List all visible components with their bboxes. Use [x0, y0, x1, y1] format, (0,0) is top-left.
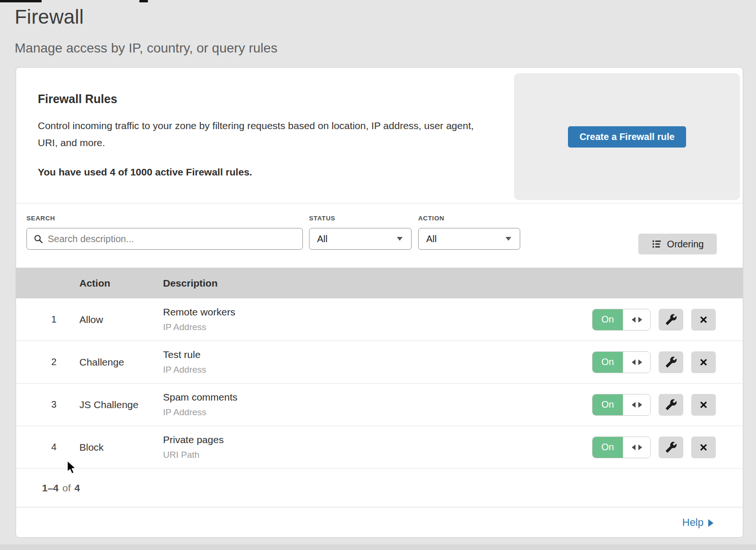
create-rule-aside: Create a Firewall rule [514, 73, 740, 200]
close-icon [698, 314, 709, 325]
delete-rule-button[interactable] [691, 394, 716, 416]
close-icon [698, 357, 709, 368]
chevron-right-icon [708, 519, 713, 527]
rule-match-type: IP Address [163, 407, 592, 418]
chevron-down-icon [506, 237, 511, 241]
left-right-arrows-icon [631, 402, 643, 408]
left-right-arrows-icon [631, 316, 643, 323]
help-row: Help [16, 507, 743, 537]
pagination-summary: 1–4 of 4 [16, 469, 743, 507]
rule-action: Block [79, 442, 163, 453]
search-group: SEARCH [26, 215, 303, 250]
rule-description: Test rule [163, 349, 592, 360]
action-selected-value: All [426, 234, 437, 244]
card-description: Control incoming traffic to your zone by… [38, 117, 484, 151]
table-header: Action Description [16, 268, 743, 298]
pagination-of: of [62, 482, 71, 494]
delete-rule-button[interactable] [691, 351, 716, 373]
card-usage-note: You have used 4 of 1000 active Firewall … [38, 166, 495, 178]
table-row: 3 JS Challenge Spam comments IP Address … [16, 384, 743, 426]
frame-artifact [139, 0, 148, 2]
card-heading: Firewall Rules [38, 92, 495, 106]
rule-enabled-toggle[interactable]: On [592, 437, 651, 458]
firewall-rules-card: Firewall Rules Control incoming traffic … [16, 68, 743, 203]
search-icon [34, 234, 43, 244]
status-group: STATUS All [309, 215, 412, 250]
rule-enabled-toggle[interactable]: On [592, 394, 651, 416]
status-label: STATUS [309, 215, 412, 222]
toggle-handle[interactable] [623, 309, 650, 330]
wrench-icon [665, 399, 677, 410]
toggle-on-label: On [593, 352, 623, 373]
table-row: 2 Challenge Test rule IP Address On [16, 341, 743, 384]
toggle-on-label: On [593, 394, 623, 415]
toggle-handle[interactable] [623, 437, 650, 458]
rule-priority: 1 [16, 314, 79, 325]
close-icon [698, 442, 709, 453]
edit-rule-button[interactable] [659, 437, 683, 458]
rule-enabled-toggle[interactable]: On [592, 351, 651, 373]
ordering-button[interactable]: Ordering [638, 234, 717, 254]
delete-rule-button[interactable] [691, 309, 716, 331]
toggle-handle[interactable] [623, 394, 650, 415]
rule-action: Allow [79, 314, 163, 325]
search-box [26, 228, 303, 250]
rule-enabled-toggle[interactable]: On [592, 309, 651, 331]
edit-rule-button[interactable] [659, 394, 683, 416]
create-firewall-rule-button[interactable]: Create a Firewall rule [568, 126, 686, 148]
rule-description-cell: Test rule IP Address [163, 349, 592, 375]
rule-match-type: IP Address [163, 322, 592, 332]
edit-rule-button[interactable] [659, 351, 683, 373]
chevron-down-icon [397, 237, 403, 241]
rule-description-cell: Spam comments IP Address [163, 392, 592, 418]
rule-description-cell: Remote workers IP Address [163, 306, 592, 332]
table-row: 4 Block Private pages URI Path On [16, 426, 743, 469]
frame-artifact-bottom [0, 544, 756, 550]
column-description: Description [163, 278, 743, 289]
toggle-handle[interactable] [623, 352, 650, 373]
toggle-on-label: On [593, 309, 623, 330]
filter-bar: SEARCH STATUS All ACTION All [16, 203, 743, 268]
left-right-arrows-icon [631, 444, 643, 451]
firewall-panel: Firewall Rules Control incoming traffic … [16, 67, 743, 538]
action-label: ACTION [418, 215, 520, 222]
rule-action: JS Challenge [79, 399, 163, 410]
firewall-rules-info: Firewall Rules Control incoming traffic … [16, 68, 514, 203]
rule-controls: On [592, 437, 743, 458]
status-selected-value: All [317, 234, 327, 244]
left-right-arrows-icon [631, 359, 643, 366]
close-icon [698, 399, 709, 410]
page-header: Firewall Manage access by IP, country, o… [0, 0, 756, 56]
rule-controls: On [592, 309, 743, 331]
status-select[interactable]: All [309, 228, 412, 250]
rule-controls: On [592, 351, 743, 373]
rule-priority: 3 [16, 399, 79, 410]
rule-description-cell: Private pages URI Path [163, 434, 592, 460]
search-input[interactable] [48, 234, 296, 244]
ordering-button-label: Ordering [667, 239, 704, 250]
wrench-icon [665, 441, 677, 453]
page-title: Firewall [15, 6, 756, 28]
edit-rule-button[interactable] [659, 309, 683, 331]
rule-action: Challenge [79, 357, 163, 368]
wrench-icon [665, 314, 677, 325]
help-link-label: Help [682, 516, 704, 529]
column-action: Action [79, 278, 163, 289]
rule-match-type: IP Address [163, 365, 592, 375]
frame-artifact [0, 0, 42, 2]
toggle-on-label: On [593, 437, 623, 458]
action-group: ACTION All [418, 215, 520, 250]
action-select[interactable]: All [418, 228, 520, 250]
wrench-icon [665, 356, 677, 368]
rule-description: Remote workers [163, 306, 592, 318]
pagination-range: 1–4 [42, 482, 59, 494]
pagination-total: 4 [75, 482, 80, 494]
rule-priority: 2 [16, 357, 79, 367]
help-link[interactable]: Help [682, 516, 713, 529]
page-subtitle: Manage access by IP, country, or query r… [15, 41, 756, 56]
table-row: 1 Allow Remote workers IP Address On [16, 298, 743, 341]
rule-description: Spam comments [163, 392, 592, 403]
delete-rule-button[interactable] [691, 437, 716, 458]
rule-priority: 4 [16, 442, 79, 453]
rule-controls: On [592, 394, 743, 416]
